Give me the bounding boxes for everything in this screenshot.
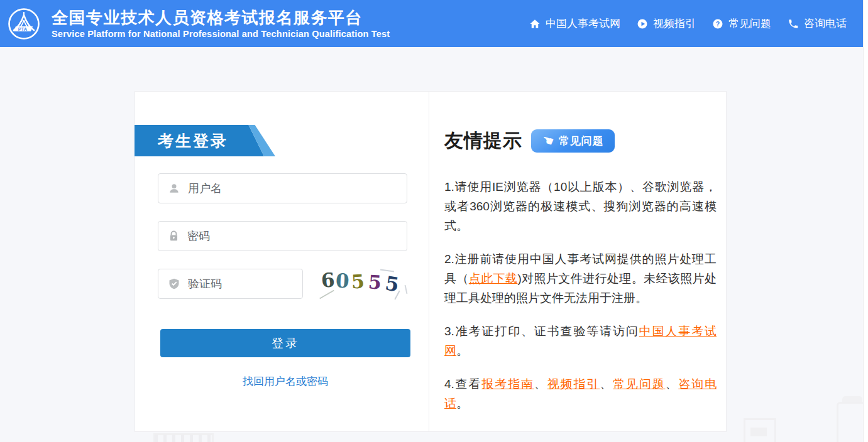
shield-check-icon	[168, 278, 180, 290]
nav-label: 视频指引	[653, 16, 696, 31]
nav-link-phone[interactable]: 咨询电话	[788, 16, 847, 31]
site-subtitle: Service Platform for National Profession…	[52, 29, 390, 39]
captcha-field-wrapper	[158, 269, 303, 299]
tip-item-4: 4.查看报考指南、视频指引、常见问题、咨询电话。	[444, 374, 717, 413]
building-decoration	[837, 402, 865, 442]
faq-link[interactable]: 常见问题	[613, 377, 665, 391]
nav-label: 常见问题	[728, 16, 771, 31]
tip-text: 。	[456, 397, 468, 410]
faq-badge-label: 常见问题	[559, 134, 604, 148]
download-photo-tool-link[interactable]: 点此下载	[469, 272, 518, 285]
captcha-code: 60555	[321, 269, 398, 291]
tip-text: 、	[600, 377, 613, 391]
header-nav: 中国人事考试网 视频指引 ? 常见问题 咨询电话	[529, 16, 847, 31]
site-title: 全国专业技术人员资格考试报名服务平台	[52, 8, 390, 27]
building-roof-decoration	[842, 396, 862, 402]
exam-guide-link[interactable]: 报考指南	[481, 377, 534, 391]
tips-panel: 友情提示 ☚ 常见问题 1.请使用IE浏览器（10以上版本）、谷歌浏览器，或者3…	[429, 92, 726, 431]
tip-text: 1.请使用IE浏览器（10以上版本）、谷歌浏览器，或者360浏览器的极速模式、搜…	[444, 180, 717, 232]
phone-icon	[788, 18, 799, 30]
question-circle-icon: ?	[712, 18, 723, 30]
username-field-wrapper	[158, 173, 407, 203]
svg-text:?: ?	[716, 19, 720, 27]
tip-item-3: 3.准考证打印、证书查验等请访问中国人事考试网。	[444, 321, 717, 360]
pointing-hand-icon: ☚	[540, 132, 555, 149]
pta-emblem-icon: PTA	[8, 8, 40, 40]
nav-label: 中国人事考试网	[546, 16, 620, 31]
password-field-wrapper	[158, 221, 407, 251]
tips-list: 1.请使用IE浏览器（10以上版本）、谷歌浏览器，或者360浏览器的极速模式、搜…	[444, 177, 717, 413]
main-card: 考生登录 60555	[135, 91, 727, 432]
home-icon	[529, 18, 541, 30]
tips-header: 友情提示 ☚ 常见问题	[444, 128, 715, 153]
building-decoration	[155, 434, 211, 442]
header: PTA 全国专业技术人员资格考试报名服务平台 Service Platform …	[0, 0, 863, 47]
captcha-input[interactable]	[188, 278, 302, 291]
tip-text: 3.准考证打印、证书查验等请访问	[444, 325, 639, 338]
username-input[interactable]	[188, 182, 407, 195]
site-title-block: 全国专业技术人员资格考试报名服务平台 Service Platform for …	[52, 8, 390, 39]
page: PTA 全国专业技术人员资格考试报名服务平台 Service Platform …	[0, 0, 868, 442]
building-flag-decoration	[750, 428, 767, 436]
tip-text: 4.查看	[444, 377, 481, 391]
lock-icon	[168, 230, 180, 242]
logo-text: PTA	[18, 26, 28, 31]
tip-item-1: 1.请使用IE浏览器（10以上版本）、谷歌浏览器，或者360浏览器的极速模式、搜…	[444, 177, 717, 235]
captcha-image[interactable]: 60555	[316, 266, 410, 301]
forgot-credentials-link[interactable]: 找回用户名或密码	[160, 374, 410, 389]
captcha-noise	[405, 285, 408, 294]
login-panel-ribbon: 考生登录	[135, 125, 275, 156]
nav-link-video-guide[interactable]: 视频指引	[637, 16, 696, 31]
user-icon	[168, 182, 180, 195]
building-decoration	[744, 418, 776, 442]
nav-label: 咨询电话	[804, 16, 847, 31]
faq-badge-button[interactable]: ☚ 常见问题	[531, 129, 615, 153]
tip-text: 、	[534, 377, 547, 391]
tip-text: 。	[456, 344, 468, 357]
nav-link-cpta-site[interactable]: 中国人事考试网	[529, 16, 620, 31]
scrollbar-track[interactable]	[863, 0, 868, 442]
tips-title: 友情提示	[444, 128, 522, 154]
login-panel-title: 考生登录	[158, 125, 228, 156]
login-panel: 考生登录 60555	[135, 92, 429, 431]
nav-link-faq[interactable]: ? 常见问题	[712, 16, 771, 31]
login-button[interactable]: 登录	[160, 329, 410, 357]
tip-item-2: 2.注册前请使用中国人事考试网提供的照片处理工具（点此下载)对照片文件进行处理。…	[444, 249, 717, 308]
video-play-icon	[637, 18, 648, 30]
password-input[interactable]	[187, 230, 407, 243]
tip-text: 、	[665, 377, 678, 391]
video-guide-link[interactable]: 视频指引	[547, 377, 600, 391]
